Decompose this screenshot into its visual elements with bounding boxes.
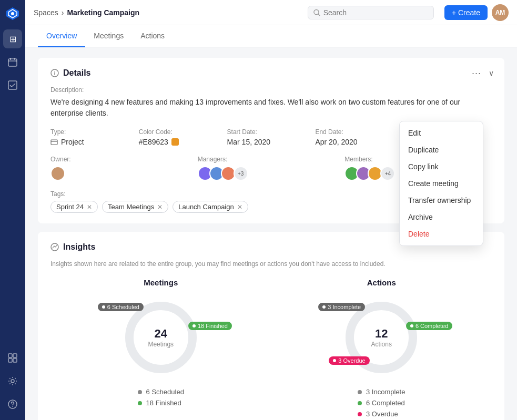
- members-count: +4: [380, 166, 395, 181]
- insights-icon: [50, 243, 59, 251]
- breadcrumb: Spaces › Marketing Campaign: [34, 8, 139, 17]
- sidebar-item-settings[interactable]: [3, 372, 22, 391]
- meetings-legend: 6 Scheduled 18 Finished: [138, 388, 184, 407]
- type-label: Type:: [50, 128, 139, 136]
- svg-rect-3: [8, 59, 17, 66]
- end-value: Apr 20, 2020: [315, 138, 403, 146]
- svg-point-22: [51, 243, 58, 251]
- tab-meetings[interactable]: Meetings: [85, 25, 132, 47]
- sidebar-item-dashboard[interactable]: ⊞: [3, 29, 22, 48]
- color-detail: Color Code: #E89623: [139, 128, 227, 146]
- more-options-button[interactable]: ···: [469, 66, 484, 80]
- legend-dot-finished: [138, 401, 142, 405]
- avatar[interactable]: AM: [492, 4, 509, 21]
- svg-point-14: [12, 406, 13, 407]
- legend-incomplete: 3 Incomplete: [358, 388, 405, 396]
- managers-count: +3: [234, 166, 248, 181]
- tag-close-sprint24[interactable]: ✕: [87, 203, 92, 211]
- meetings-donut-center: 24 Meetings: [148, 327, 174, 348]
- legend-label-incomplete: 3 Incomplete: [366, 388, 405, 396]
- description-text: We're designing 4 new features and makin…: [50, 97, 492, 119]
- svg-point-2: [11, 12, 14, 15]
- tab-overview[interactable]: Overview: [38, 25, 85, 47]
- start-value: Mar 15, 2020: [227, 138, 316, 146]
- actions-chart: Actions 3 Incomplete 6 Completed: [282, 278, 482, 418]
- menu-archive[interactable]: Archive: [400, 209, 483, 226]
- completed-badge: 6 Completed: [406, 322, 452, 330]
- svg-rect-20: [51, 140, 57, 145]
- actions-chart-title: Actions: [367, 278, 396, 287]
- insights-title: Insights: [63, 242, 95, 252]
- legend-dot-incomplete: [358, 390, 362, 394]
- type-value: Project: [50, 138, 139, 146]
- page-title: Marketing Campaign: [67, 8, 139, 17]
- sidebar: ⊞: [0, 0, 25, 420]
- main-area: Spaces › Marketing Campaign + Create AM …: [25, 0, 517, 420]
- owner-label: Owner:: [50, 156, 198, 163]
- content-area: Details ··· ∨ Description: We're designi…: [25, 47, 517, 420]
- tag-sprint24: Sprint 24 ✕: [50, 201, 98, 213]
- color-swatch: [171, 138, 179, 146]
- tag-close-team-meetings[interactable]: ✕: [157, 203, 163, 211]
- legend-dot-scheduled: [138, 390, 142, 394]
- tab-actions[interactable]: Actions: [132, 25, 173, 47]
- legend-completed: 6 Completed: [358, 399, 405, 407]
- tag-team-meetings: Team Meetings ✕: [102, 201, 168, 213]
- menu-copy-link[interactable]: Copy link: [400, 158, 483, 175]
- tag-launch-campaign: Launch Campaign ✕: [173, 201, 248, 213]
- spaces-link[interactable]: Spaces: [34, 8, 58, 17]
- scheduled-badge: 6 Scheduled: [98, 303, 144, 311]
- type-detail: Type: Project: [50, 128, 139, 146]
- create-button[interactable]: + Create: [444, 5, 488, 20]
- card-actions: ··· ∨: [469, 66, 496, 80]
- legend-finished: 18 Finished: [138, 399, 181, 407]
- meetings-donut: 6 Scheduled 18 Finished: [119, 295, 203, 380]
- legend-dot-completed: [358, 401, 362, 405]
- managers-section: Managers: +3: [198, 156, 345, 181]
- managers-label: Managers:: [198, 156, 345, 163]
- end-detail: End Date: Apr 20, 2020: [315, 128, 403, 146]
- menu-delete[interactable]: Delete: [400, 226, 483, 242]
- tag-close-launch-campaign[interactable]: ✕: [237, 203, 242, 211]
- sidebar-item-tasks[interactable]: [3, 76, 22, 95]
- sidebar-item-calendar[interactable]: [3, 53, 22, 71]
- insights-charts: Meetings 6 Scheduled 18 Finished: [50, 278, 492, 418]
- menu-duplicate[interactable]: Duplicate: [400, 141, 483, 158]
- managers-avatars: +3: [198, 166, 345, 181]
- app-logo[interactable]: [5, 6, 20, 21]
- owner-avatars: [50, 166, 198, 181]
- tabs-bar: Overview Meetings Actions: [25, 25, 517, 47]
- search-icon: [313, 9, 320, 16]
- search-input[interactable]: [323, 8, 428, 17]
- svg-rect-8: [8, 354, 12, 357]
- color-value: #E89623: [139, 138, 227, 146]
- actions-donut: 3 Incomplete 6 Completed 3 Overdue: [339, 295, 423, 380]
- menu-create-meeting[interactable]: Create meeting: [400, 175, 483, 192]
- project-icon: [50, 138, 58, 146]
- details-title: Details: [63, 68, 90, 78]
- tag-label: Launch Campaign: [178, 203, 234, 211]
- end-label: End Date:: [315, 128, 403, 136]
- insights-subtitle: Insights shown here are related to the e…: [50, 260, 492, 268]
- menu-transfer-ownership[interactable]: Transfer ownership: [400, 192, 483, 209]
- svg-point-19: [54, 71, 55, 72]
- dropdown-menu: Edit Duplicate Copy link Create meeting …: [399, 121, 483, 246]
- svg-rect-10: [8, 358, 12, 362]
- svg-rect-9: [13, 354, 17, 357]
- legend-dot-overdue: [358, 412, 362, 416]
- breadcrumb-chevron: ›: [62, 8, 64, 17]
- legend-label-finished: 18 Finished: [146, 399, 181, 407]
- menu-edit[interactable]: Edit: [400, 125, 483, 141]
- actions-donut-center: 12 Actions: [371, 327, 392, 348]
- legend-scheduled: 6 Scheduled: [138, 388, 184, 396]
- sidebar-item-grid[interactable]: [3, 349, 22, 367]
- sidebar-item-help[interactable]: [3, 395, 22, 414]
- incomplete-badge: 3 Incomplete: [318, 303, 365, 311]
- collapse-button[interactable]: ∨: [486, 67, 496, 79]
- color-label: Color Code:: [139, 128, 227, 136]
- owner-avatar[interactable]: [50, 166, 65, 181]
- search-bar[interactable]: [308, 6, 434, 19]
- description-label: Description:: [50, 86, 492, 94]
- svg-rect-7: [8, 81, 17, 89]
- info-icon: [50, 69, 59, 77]
